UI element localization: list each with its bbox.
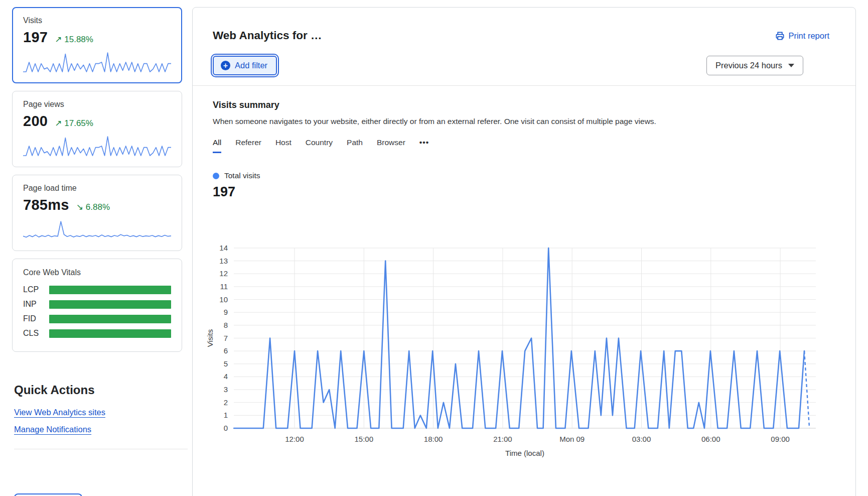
tab-path[interactable]: Path bbox=[347, 138, 363, 153]
cwv-label: FID bbox=[23, 314, 49, 323]
dimension-tabs: All Referer Host Country Path Browser ••… bbox=[213, 138, 829, 153]
svg-text:12: 12 bbox=[219, 269, 228, 278]
metric-card-page-load-time[interactable]: Page load time 785ms ↘ 6.88% bbox=[12, 175, 182, 251]
section-description: When someone navigates to your website, … bbox=[213, 117, 829, 126]
cwv-bar-good bbox=[49, 286, 171, 294]
svg-text:1: 1 bbox=[224, 411, 228, 419]
visits-sparkline bbox=[23, 51, 171, 73]
svg-text:11: 11 bbox=[220, 282, 228, 291]
chevron-down-icon bbox=[788, 64, 794, 67]
page-load-sparkline bbox=[23, 218, 171, 240]
metric-title: Page views bbox=[23, 100, 171, 109]
tab-host[interactable]: Host bbox=[275, 138, 292, 153]
svg-text:4: 4 bbox=[224, 372, 228, 381]
trend-up-icon: ↗ bbox=[55, 35, 62, 44]
svg-text:Mon 09: Mon 09 bbox=[559, 435, 585, 443]
cwv-row-inp: INP bbox=[23, 300, 171, 309]
chart-container: 0123456789101112131412:0015:0018:0021:00… bbox=[203, 209, 829, 460]
quick-actions-section: Quick Actions View Web Analytics sites M… bbox=[12, 383, 182, 449]
svg-text:06:00: 06:00 bbox=[701, 435, 720, 443]
svg-text:5: 5 bbox=[224, 359, 228, 368]
visits-time-series-chart: 0123456789101112131412:0015:0018:0021:00… bbox=[203, 209, 830, 460]
cwv-label: INP bbox=[23, 300, 49, 309]
manage-notifications-link[interactable]: Manage Notifications bbox=[14, 425, 91, 434]
page-views-sparkline bbox=[23, 135, 171, 157]
legend-label: Total visits bbox=[224, 171, 260, 180]
time-range-dropdown[interactable]: Previous 24 hours bbox=[706, 56, 803, 75]
filter-toolbar: + Add filter Previous 24 hours bbox=[213, 56, 829, 75]
cwv-bar-good bbox=[49, 300, 171, 309]
print-report-link[interactable]: Print report bbox=[775, 31, 829, 41]
plus-circle-icon: + bbox=[221, 61, 230, 70]
metric-delta-down: ↘ 6.88% bbox=[76, 202, 110, 212]
analytics-panel: Web Analytics for … Print report + Add f… bbox=[192, 7, 856, 496]
metric-delta-up: ↗ 15.88% bbox=[55, 34, 93, 45]
trend-down-icon: ↘ bbox=[76, 202, 83, 212]
svg-text:18:00: 18:00 bbox=[424, 435, 443, 443]
cwv-label: LCP bbox=[23, 285, 49, 294]
cwv-bar-good bbox=[49, 315, 171, 323]
core-web-vitals-title: Core Web Vitals bbox=[23, 268, 171, 277]
svg-text:0: 0 bbox=[224, 424, 228, 432]
add-filter-button[interactable]: + Add filter bbox=[213, 56, 277, 75]
metric-title: Page load time bbox=[23, 184, 171, 193]
svg-text:09:00: 09:00 bbox=[771, 435, 790, 443]
svg-text:2: 2 bbox=[224, 398, 228, 407]
svg-text:7: 7 bbox=[224, 334, 228, 342]
printer-icon bbox=[775, 31, 785, 41]
metric-value: 785ms bbox=[23, 197, 69, 213]
metric-delta-up: ↗ 17.65% bbox=[55, 118, 93, 129]
svg-text:3: 3 bbox=[224, 385, 228, 394]
svg-text:12:00: 12:00 bbox=[285, 435, 304, 443]
tab-referer[interactable]: Referer bbox=[235, 138, 261, 153]
svg-text:21:00: 21:00 bbox=[493, 435, 512, 443]
cwv-label: CLS bbox=[23, 329, 49, 338]
svg-text:13: 13 bbox=[219, 257, 228, 265]
core-web-vitals-card: Core Web Vitals LCP INP FID CLS bbox=[12, 259, 182, 352]
cwv-bar-good bbox=[49, 329, 171, 338]
panel-header: Web Analytics for … Print report + Add f… bbox=[193, 8, 855, 86]
cwv-row-cls: CLS bbox=[23, 329, 171, 338]
tab-browser[interactable]: Browser bbox=[377, 138, 405, 153]
view-web-analytics-sites-link[interactable]: View Web Analytics sites bbox=[14, 408, 105, 417]
svg-text:10: 10 bbox=[219, 295, 228, 304]
quick-actions-title: Quick Actions bbox=[14, 383, 182, 397]
cwv-row-fid: FID bbox=[23, 314, 171, 323]
metrics-sidebar: Visits 197 ↗ 15.88% Page views 200 ↗ 17.… bbox=[12, 7, 182, 449]
metric-value: 197 bbox=[23, 29, 48, 46]
metric-value: 200 bbox=[23, 113, 48, 130]
svg-text:15:00: 15:00 bbox=[355, 435, 374, 443]
total-visits-dot-icon bbox=[213, 173, 219, 179]
web-analytics-dashboard: Visits 197 ↗ 15.88% Page views 200 ↗ 17.… bbox=[0, 0, 868, 496]
cwv-row-lcp: LCP bbox=[23, 285, 171, 294]
svg-text:03:00: 03:00 bbox=[632, 435, 651, 443]
page-title: Web Analytics for … bbox=[213, 23, 829, 42]
svg-text:14: 14 bbox=[219, 243, 228, 252]
more-tabs-icon[interactable]: ••• bbox=[419, 138, 429, 153]
section-title: Visits summary bbox=[213, 100, 829, 110]
svg-text:Visits: Visits bbox=[206, 329, 214, 347]
trend-up-icon: ↗ bbox=[55, 118, 62, 128]
visits-summary-section: Visits summary When someone navigates to… bbox=[193, 86, 855, 460]
next-card-top-edge bbox=[14, 493, 82, 496]
total-visits-value: 197 bbox=[213, 184, 829, 200]
chart-legend: Total visits bbox=[213, 171, 829, 180]
sidebar-divider bbox=[14, 449, 188, 449]
svg-text:6: 6 bbox=[224, 346, 228, 355]
metric-title: Visits bbox=[23, 16, 171, 25]
tab-country[interactable]: Country bbox=[306, 138, 333, 153]
svg-text:Time (local): Time (local) bbox=[505, 449, 544, 457]
tab-all[interactable]: All bbox=[213, 138, 221, 153]
metric-card-visits[interactable]: Visits 197 ↗ 15.88% bbox=[12, 7, 182, 83]
metric-card-page-views[interactable]: Page views 200 ↗ 17.65% bbox=[12, 91, 182, 167]
svg-text:8: 8 bbox=[224, 321, 228, 329]
svg-text:9: 9 bbox=[224, 308, 228, 316]
